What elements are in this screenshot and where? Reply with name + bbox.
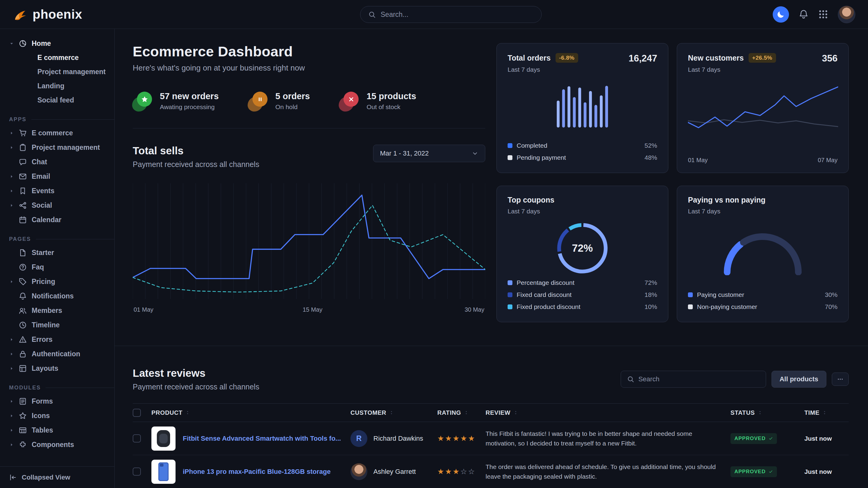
chevron-down-icon <box>472 150 478 157</box>
clock-icon <box>19 321 27 329</box>
user-avatar[interactable] <box>838 6 855 23</box>
sidebar-item-errors[interactable]: Errors <box>0 332 114 347</box>
sort-status[interactable] <box>757 410 763 415</box>
sidebar-item-starter[interactable]: Starter <box>0 246 114 260</box>
sidebar-section-label: MODULES <box>0 385 114 391</box>
caret-right-icon <box>9 188 14 194</box>
sort-review[interactable] <box>513 410 518 415</box>
sidebar-item-home[interactable]: Home <box>0 36 114 51</box>
collapsed-view-toggle[interactable]: Collapsed View <box>0 466 114 488</box>
caret-down-icon <box>9 41 14 46</box>
sidebar-item-chat[interactable]: Chat <box>0 155 114 169</box>
ellipsis-icon <box>837 376 843 383</box>
reviews-search-input[interactable] <box>639 375 760 383</box>
date-range-value: Mar 1 - 31, 2022 <box>380 150 429 157</box>
global-search-input[interactable] <box>381 10 533 19</box>
table-header: PRODUCTCUSTOMERRATINGREVIEWSTATUSTIME <box>133 403 849 422</box>
card-period: Last 7 days <box>688 208 766 215</box>
sidebar-item-social-feed[interactable]: Social feed <box>0 93 114 107</box>
form-icon <box>19 397 27 405</box>
theme-toggle-button[interactable] <box>773 6 789 23</box>
stat-57-new-orders: 57 new ordersAwating processing <box>133 91 219 110</box>
review-text: This Fitbit is fantastic! I was trying t… <box>486 429 716 448</box>
sidebar-item-landing[interactable]: Landing <box>0 79 114 93</box>
sort-time[interactable] <box>822 410 827 415</box>
date-range-select[interactable]: Mar 1 - 31, 2022 <box>373 145 485 162</box>
sidebar-item-project-management[interactable]: Project management <box>0 65 114 79</box>
page-title: Ecommerce Dashboard <box>133 43 485 60</box>
apps-grid-button[interactable] <box>818 9 828 19</box>
sidebar-item-pricing[interactable]: Pricing <box>0 274 114 289</box>
main-content: Ecommerce Dashboard Here's what's going … <box>115 29 868 488</box>
sidebar-item-notifications[interactable]: Notifications <box>0 289 114 303</box>
notifications-button[interactable] <box>799 9 809 19</box>
total-sells-chart: 01 May15 May30 May <box>133 182 485 314</box>
phoenix-logo-icon <box>13 7 28 22</box>
product-link[interactable]: iPhone 13 pro max-Pacific Blue-128GB sto… <box>183 468 331 476</box>
question-circle-icon <box>19 263 27 271</box>
sort-rating[interactable] <box>464 410 469 415</box>
sidebar-item-layouts[interactable]: Layouts <box>0 361 114 376</box>
sort-customer[interactable] <box>389 410 394 415</box>
total-sells-subtitle: Payment received across all channels <box>133 160 259 169</box>
product-image <box>151 426 176 451</box>
sidebar-item-events[interactable]: Events <box>0 184 114 198</box>
moon-icon <box>777 10 785 19</box>
sidebar-item-icons[interactable]: Icons <box>0 409 114 423</box>
x-label-start: 01 May <box>688 157 708 164</box>
sidebar-item-social[interactable]: Social <box>0 198 114 213</box>
global-search[interactable] <box>360 6 542 23</box>
chevron-down-icon <box>472 150 478 157</box>
legend-item: Completed52% <box>507 139 657 152</box>
legend-item: Percentage discount72% <box>507 277 657 289</box>
svg-text:15 May: 15 May <box>303 306 322 313</box>
all-products-button[interactable]: All products <box>772 371 826 388</box>
sidebar-item-email[interactable]: Email <box>0 169 114 184</box>
card-period: Last 7 days <box>688 66 776 73</box>
brand[interactable]: phoenix <box>13 7 82 22</box>
row-checkbox[interactable] <box>133 467 141 476</box>
shopping-cart-icon <box>19 129 27 137</box>
row-checkbox[interactable] <box>133 434 141 443</box>
tag-icon <box>19 278 27 286</box>
table-body: Fitbit Sense Advanced Smartwatch with To… <box>133 422 849 488</box>
caret-right-icon <box>9 279 14 284</box>
new-customers-x-axis: 01 May 07 May <box>688 153 838 164</box>
sidebar-item-forms[interactable]: Forms <box>0 394 114 409</box>
sidebar-item-calendar[interactable]: Calendar <box>0 213 114 227</box>
sidebar-item-components[interactable]: Components <box>0 437 114 452</box>
select-all-checkbox[interactable] <box>133 409 141 417</box>
sidebar-item-members[interactable]: Members <box>0 303 114 318</box>
sidebar-item-timeline[interactable]: Timeline <box>0 318 114 332</box>
card-title: Paying vs non paying <box>688 196 766 204</box>
new-customers-value: 356 <box>822 53 838 64</box>
total-sells-title: Total sells <box>133 145 259 157</box>
sidebar-item-tables[interactable]: Tables <box>0 423 114 437</box>
reviews-search[interactable] <box>621 371 766 388</box>
sidebar-item-project-management[interactable]: Project management <box>0 140 114 155</box>
legend-item: Pending payment48% <box>507 152 657 164</box>
sort-icon <box>757 410 763 415</box>
sidebar-item-faq[interactable]: Faq <box>0 260 114 274</box>
card-title: Total orders <box>507 54 551 62</box>
total-orders-value: 16,247 <box>628 53 657 64</box>
latest-reviews-subtitle: Payment received across all channels <box>133 383 259 391</box>
svg-text:30 May: 30 May <box>464 306 484 313</box>
sidebar-item-e-commerce[interactable]: E commerce <box>0 51 114 65</box>
more-options-button[interactable] <box>832 372 849 386</box>
stat-5-orders: 5 ordersOn hold <box>248 91 310 110</box>
clipboard-icon <box>19 143 27 152</box>
pause-icon <box>256 96 264 103</box>
search-icon <box>368 11 376 19</box>
sidebar-item-authentication[interactable]: Authentication <box>0 347 114 361</box>
customer-name: Ashley Garrett <box>373 468 416 476</box>
puzzle-icon <box>19 441 27 449</box>
product-link[interactable]: Fitbit Sense Advanced Smartwatch with To… <box>183 435 341 443</box>
collapse-icon <box>9 474 17 481</box>
top-navbar: phoenix <box>0 0 868 29</box>
caret-right-icon <box>9 366 14 371</box>
caret-right-icon <box>9 337 14 342</box>
sort-product[interactable] <box>185 410 190 415</box>
sidebar-item-e-commerce[interactable]: E commerce <box>0 126 114 140</box>
top-coupons-card: Top coupons Last 7 days 72% Percentage d… <box>496 186 668 322</box>
